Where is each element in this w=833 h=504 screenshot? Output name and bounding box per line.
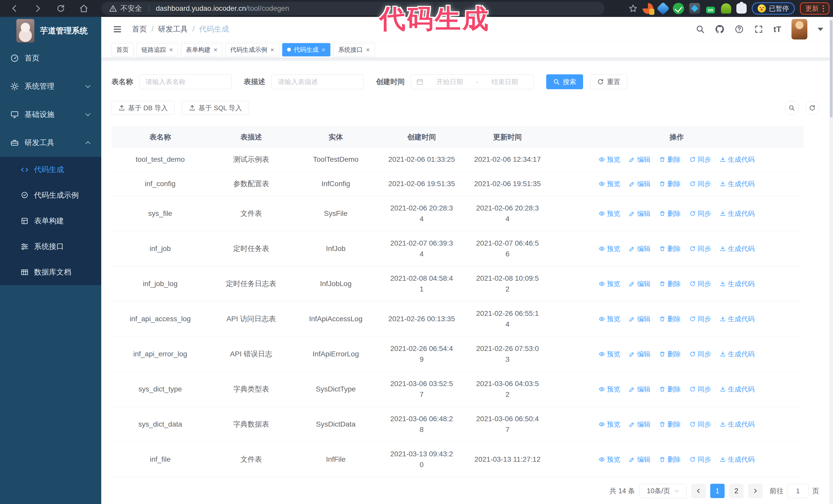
breadcrumb-item[interactable]: 首页: [132, 24, 147, 34]
start-date-placeholder[interactable]: 开始日期: [426, 77, 474, 87]
action-预览[interactable]: 预览: [599, 244, 620, 254]
sidebar-item-codegen-example[interactable]: 代码生成示例: [0, 183, 101, 208]
action-删除[interactable]: 删除: [659, 419, 681, 429]
page-button-1[interactable]: 1: [710, 484, 724, 498]
breadcrumb-item[interactable]: 研发工具: [158, 24, 188, 34]
action-删除[interactable]: 删除: [659, 314, 681, 324]
action-预览[interactable]: 预览: [599, 384, 620, 394]
update-button[interactable]: 更新: [800, 2, 829, 15]
action-删除[interactable]: 删除: [659, 209, 681, 219]
action-删除[interactable]: 删除: [659, 455, 681, 464]
app-logo-row[interactable]: 芋道管理系统: [0, 17, 101, 44]
page-size-select[interactable]: 10条/页: [640, 484, 687, 498]
action-生成代码[interactable]: 生成代码: [720, 244, 755, 254]
prev-page-button[interactable]: [691, 484, 706, 498]
action-预览[interactable]: 预览: [599, 349, 620, 359]
sidebar-item-system-api[interactable]: 系统接口: [0, 234, 101, 259]
action-预览[interactable]: 预览: [599, 314, 620, 324]
action-预览[interactable]: 预览: [599, 179, 620, 189]
font-size-icon[interactable]: tT: [774, 25, 781, 34]
action-预览[interactable]: 预览: [599, 455, 620, 464]
action-删除[interactable]: 删除: [659, 279, 681, 289]
action-生成代码[interactable]: 生成代码: [720, 384, 755, 394]
reload-icon[interactable]: [56, 4, 65, 13]
import-sql-button[interactable]: 基于 SQL 导入: [182, 101, 249, 115]
scrollbar-thumb[interactable]: [830, 20, 832, 117]
refresh-table-button[interactable]: [805, 101, 819, 115]
action-同步[interactable]: 同步: [689, 349, 711, 359]
action-同步[interactable]: 同步: [689, 209, 711, 219]
extension-icon[interactable]: [721, 3, 731, 14]
sidebar-item-infra[interactable]: 基础设施: [0, 100, 101, 129]
action-编辑[interactable]: 编辑: [629, 455, 650, 464]
action-编辑[interactable]: 编辑: [629, 154, 650, 165]
search-button[interactable]: 搜索: [546, 74, 583, 89]
next-page-button[interactable]: [748, 484, 763, 498]
kebab-menu-icon[interactable]: [823, 5, 824, 12]
sidebar-item-codegen[interactable]: 代码生成: [0, 157, 101, 183]
back-icon[interactable]: [10, 4, 19, 13]
action-预览[interactable]: 预览: [599, 209, 620, 219]
action-同步[interactable]: 同步: [689, 455, 711, 464]
close-icon[interactable]: ×: [270, 46, 274, 53]
action-编辑[interactable]: 编辑: [629, 279, 650, 289]
sidebar-item-form-builder[interactable]: 表单构建: [0, 208, 101, 234]
action-编辑[interactable]: 编辑: [629, 244, 650, 254]
action-生成代码[interactable]: 生成代码: [720, 349, 755, 359]
search-icon[interactable]: [696, 25, 705, 34]
address-bar[interactable]: 不安全 dashboard.yudao.iocoder.cn/tool/code…: [101, 2, 604, 15]
close-icon[interactable]: ×: [322, 46, 326, 53]
action-编辑[interactable]: 编辑: [629, 314, 650, 324]
extension-icon[interactable]: [643, 3, 653, 14]
action-生成代码[interactable]: 生成代码: [720, 179, 755, 189]
toggle-search-button[interactable]: [785, 101, 799, 115]
action-预览[interactable]: 预览: [599, 279, 620, 289]
extension-icon[interactable]: [705, 3, 716, 14]
close-icon[interactable]: ×: [169, 46, 173, 53]
forward-icon[interactable]: [33, 4, 42, 13]
action-同步[interactable]: 同步: [689, 244, 711, 254]
page-button-2[interactable]: 2: [729, 484, 743, 498]
action-生成代码[interactable]: 生成代码: [720, 209, 755, 219]
action-生成代码[interactable]: 生成代码: [720, 154, 755, 165]
action-同步[interactable]: 同步: [689, 419, 711, 429]
action-编辑[interactable]: 编辑: [629, 384, 650, 394]
action-删除[interactable]: 删除: [659, 384, 681, 394]
reset-button[interactable]: 重置: [590, 74, 627, 89]
end-date-placeholder[interactable]: 结束日期: [481, 77, 528, 87]
extensions-puzzle-icon[interactable]: [736, 3, 747, 14]
hamburger-icon[interactable]: [113, 24, 122, 34]
action-删除[interactable]: 删除: [659, 179, 681, 189]
tag-首页[interactable]: 首页: [112, 43, 134, 56]
close-icon[interactable]: ×: [214, 46, 217, 53]
action-生成代码[interactable]: 生成代码: [720, 279, 755, 289]
github-icon[interactable]: [715, 25, 724, 34]
action-预览[interactable]: 预览: [599, 419, 620, 429]
extension-icon[interactable]: [689, 3, 700, 14]
help-icon[interactable]: [735, 25, 744, 34]
sidebar-item-system[interactable]: 系统管理: [0, 72, 101, 100]
action-预览[interactable]: 预览: [599, 154, 620, 165]
paused-badge[interactable]: 已暂停: [752, 2, 795, 15]
extension-icon[interactable]: [673, 3, 684, 14]
action-生成代码[interactable]: 生成代码: [720, 314, 755, 324]
caret-down-icon[interactable]: [818, 28, 823, 31]
date-range-picker[interactable]: 开始日期 - 结束日期: [411, 74, 534, 89]
table-name-input[interactable]: [139, 74, 232, 89]
action-生成代码[interactable]: 生成代码: [720, 419, 755, 429]
action-同步[interactable]: 同步: [689, 314, 711, 324]
action-删除[interactable]: 删除: [659, 244, 681, 254]
tag-代码生成示例[interactable]: 代码生成示例×: [225, 43, 279, 56]
goto-page-input[interactable]: [787, 484, 809, 498]
user-avatar[interactable]: [791, 19, 807, 40]
bookmark-star-icon[interactable]: [629, 4, 638, 13]
tag-表单构建[interactable]: 表单构建×: [181, 43, 222, 56]
sidebar-item-home[interactable]: 首页: [0, 44, 101, 72]
tag-代码生成[interactable]: 代码生成×: [282, 43, 330, 56]
extension-icon[interactable]: [657, 2, 670, 15]
action-同步[interactable]: 同步: [689, 179, 711, 189]
action-同步[interactable]: 同步: [689, 279, 711, 289]
action-编辑[interactable]: 编辑: [629, 349, 650, 359]
action-编辑[interactable]: 编辑: [629, 419, 650, 429]
action-编辑[interactable]: 编辑: [629, 179, 650, 189]
